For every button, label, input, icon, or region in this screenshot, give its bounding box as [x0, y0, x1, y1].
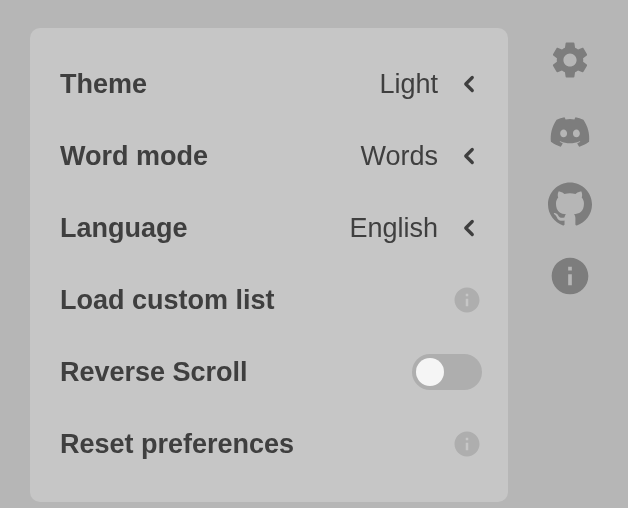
theme-row[interactable]: Theme Light: [60, 48, 482, 120]
info-icon[interactable]: [452, 429, 482, 459]
reset-preferences-row[interactable]: Reset preferences: [60, 408, 482, 480]
word-mode-value: Words: [360, 141, 438, 172]
chevron-left-icon[interactable]: [456, 71, 482, 97]
language-value: English: [349, 213, 438, 244]
sidebar-icons: [548, 38, 592, 298]
info-icon[interactable]: [452, 285, 482, 315]
reverse-scroll-toggle[interactable]: [412, 354, 482, 390]
theme-value: Light: [379, 69, 438, 100]
reset-preferences-label: Reset preferences: [60, 429, 440, 460]
chevron-left-icon[interactable]: [456, 215, 482, 241]
reverse-scroll-row: Reverse Scroll: [60, 336, 482, 408]
discord-icon[interactable]: [548, 110, 592, 154]
load-custom-list-label: Load custom list: [60, 285, 440, 316]
word-mode-row[interactable]: Word mode Words: [60, 120, 482, 192]
toggle-knob: [416, 358, 444, 386]
settings-panel: Theme Light Word mode Words Language Eng…: [30, 28, 508, 502]
info-icon[interactable]: [548, 254, 592, 298]
theme-label: Theme: [60, 69, 367, 100]
github-icon[interactable]: [548, 182, 592, 226]
chevron-left-icon[interactable]: [456, 143, 482, 169]
word-mode-label: Word mode: [60, 141, 348, 172]
settings-icon[interactable]: [548, 38, 592, 82]
language-label: Language: [60, 213, 337, 244]
reverse-scroll-label: Reverse Scroll: [60, 357, 400, 388]
load-custom-list-row[interactable]: Load custom list: [60, 264, 482, 336]
language-row[interactable]: Language English: [60, 192, 482, 264]
